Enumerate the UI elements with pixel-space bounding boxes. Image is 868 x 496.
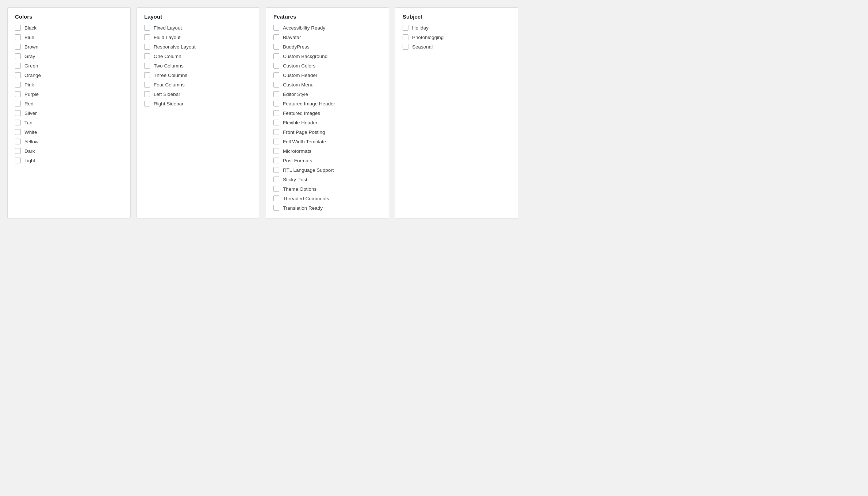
label-featured-image-header: Featured Image Header bbox=[283, 101, 335, 106]
filter-item-theme-options[interactable]: Theme Options bbox=[273, 186, 381, 192]
checkbox-microformats[interactable] bbox=[273, 148, 279, 154]
checkbox-pink[interactable] bbox=[15, 82, 21, 88]
label-pink: Pink bbox=[24, 82, 34, 88]
filter-item-fixed-layout[interactable]: Fixed Layout bbox=[144, 25, 252, 31]
checkbox-tan[interactable] bbox=[15, 120, 21, 125]
filter-item-photoblogging[interactable]: Photoblogging bbox=[403, 34, 511, 40]
filter-item-custom-menu[interactable]: Custom Menu bbox=[273, 82, 381, 88]
checkbox-threaded-comments[interactable] bbox=[273, 195, 279, 201]
checkbox-holiday[interactable] bbox=[403, 25, 408, 31]
checkbox-yellow[interactable] bbox=[15, 139, 21, 144]
label-light: Light bbox=[24, 158, 35, 163]
checkbox-full-width-template[interactable] bbox=[273, 139, 279, 144]
checkbox-purple[interactable] bbox=[15, 91, 21, 97]
checkbox-seasonal[interactable] bbox=[403, 44, 408, 50]
filter-item-microformats[interactable]: Microformats bbox=[273, 148, 381, 154]
filter-item-custom-header[interactable]: Custom Header bbox=[273, 72, 381, 78]
checkbox-front-page-posting[interactable] bbox=[273, 129, 279, 135]
filter-item-white[interactable]: White bbox=[15, 129, 123, 135]
filter-item-four-columns[interactable]: Four Columns bbox=[144, 82, 252, 88]
checkbox-black[interactable] bbox=[15, 25, 21, 31]
filter-item-light[interactable]: Light bbox=[15, 158, 123, 163]
checkbox-sticky-post[interactable] bbox=[273, 177, 279, 182]
checkbox-brown[interactable] bbox=[15, 44, 21, 50]
filter-item-translation-ready[interactable]: Translation Ready bbox=[273, 205, 381, 211]
filter-item-accessibility-ready[interactable]: Accessibility Ready bbox=[273, 25, 381, 31]
filter-item-brown[interactable]: Brown bbox=[15, 44, 123, 50]
filter-item-full-width-template[interactable]: Full Width Template bbox=[273, 139, 381, 144]
filter-item-editor-style[interactable]: Editor Style bbox=[273, 91, 381, 97]
filter-item-post-formats[interactable]: Post Formats bbox=[273, 158, 381, 163]
filter-item-buddypress[interactable]: BuddyPress bbox=[273, 44, 381, 50]
checkbox-red[interactable] bbox=[15, 101, 21, 106]
checkbox-left-sidebar[interactable] bbox=[144, 91, 150, 97]
checkbox-custom-colors[interactable] bbox=[273, 63, 279, 69]
label-custom-colors: Custom Colors bbox=[283, 63, 315, 69]
filter-item-fluid-layout[interactable]: Fluid Layout bbox=[144, 34, 252, 40]
filter-item-pink[interactable]: Pink bbox=[15, 82, 123, 88]
checkbox-rtl-language-support[interactable] bbox=[273, 167, 279, 173]
filter-item-silver[interactable]: Silver bbox=[15, 110, 123, 116]
filter-item-black[interactable]: Black bbox=[15, 25, 123, 31]
checkbox-custom-header[interactable] bbox=[273, 72, 279, 78]
checkbox-light[interactable] bbox=[15, 158, 21, 163]
checkbox-theme-options[interactable] bbox=[273, 186, 279, 192]
checkbox-two-columns[interactable] bbox=[144, 63, 150, 69]
checkbox-blue[interactable] bbox=[15, 34, 21, 40]
filter-item-red[interactable]: Red bbox=[15, 101, 123, 106]
filter-item-featured-image-header[interactable]: Featured Image Header bbox=[273, 101, 381, 106]
checkbox-buddypress[interactable] bbox=[273, 44, 279, 50]
checkbox-gray[interactable] bbox=[15, 53, 21, 59]
checkbox-translation-ready[interactable] bbox=[273, 205, 279, 211]
checkbox-custom-background[interactable] bbox=[273, 53, 279, 59]
checkbox-post-formats[interactable] bbox=[273, 158, 279, 163]
filter-item-front-page-posting[interactable]: Front Page Posting bbox=[273, 129, 381, 135]
filter-item-seasonal[interactable]: Seasonal bbox=[403, 44, 511, 50]
checkbox-photoblogging[interactable] bbox=[403, 34, 408, 40]
checkbox-featured-image-header[interactable] bbox=[273, 101, 279, 106]
filter-item-rtl-language-support[interactable]: RTL Language Support bbox=[273, 167, 381, 173]
checkbox-accessibility-ready[interactable] bbox=[273, 25, 279, 31]
filter-item-custom-colors[interactable]: Custom Colors bbox=[273, 63, 381, 69]
filter-item-featured-images[interactable]: Featured Images bbox=[273, 110, 381, 116]
filter-item-tan[interactable]: Tan bbox=[15, 120, 123, 125]
checkbox-fluid-layout[interactable] bbox=[144, 34, 150, 40]
label-fixed-layout: Fixed Layout bbox=[154, 25, 182, 31]
checkbox-fixed-layout[interactable] bbox=[144, 25, 150, 31]
filter-item-right-sidebar[interactable]: Right Sidebar bbox=[144, 101, 252, 106]
filter-item-sticky-post[interactable]: Sticky Post bbox=[273, 177, 381, 182]
filter-item-three-columns[interactable]: Three Columns bbox=[144, 72, 252, 78]
filter-item-holiday[interactable]: Holiday bbox=[403, 25, 511, 31]
checkbox-responsive-layout[interactable] bbox=[144, 44, 150, 50]
checkbox-dark[interactable] bbox=[15, 148, 21, 154]
checkbox-flexible-header[interactable] bbox=[273, 120, 279, 125]
checkbox-blavatar[interactable] bbox=[273, 34, 279, 40]
checkbox-right-sidebar[interactable] bbox=[144, 101, 150, 106]
checkbox-featured-images[interactable] bbox=[273, 110, 279, 116]
filter-item-orange[interactable]: Orange bbox=[15, 72, 123, 78]
checkbox-orange[interactable] bbox=[15, 72, 21, 78]
filter-item-custom-background[interactable]: Custom Background bbox=[273, 53, 381, 59]
checkbox-one-column[interactable] bbox=[144, 53, 150, 59]
filter-item-green[interactable]: Green bbox=[15, 63, 123, 69]
filter-item-yellow[interactable]: Yellow bbox=[15, 139, 123, 144]
filter-item-purple[interactable]: Purple bbox=[15, 91, 123, 97]
filter-item-threaded-comments[interactable]: Threaded Comments bbox=[273, 195, 381, 201]
filter-item-gray[interactable]: Gray bbox=[15, 53, 123, 59]
filter-item-one-column[interactable]: One Column bbox=[144, 53, 252, 59]
filter-item-responsive-layout[interactable]: Responsive Layout bbox=[144, 44, 252, 50]
filter-card-title-layout: Layout bbox=[144, 13, 252, 20]
checkbox-silver[interactable] bbox=[15, 110, 21, 116]
checkbox-three-columns[interactable] bbox=[144, 72, 150, 78]
filter-item-dark[interactable]: Dark bbox=[15, 148, 123, 154]
filter-item-blue[interactable]: Blue bbox=[15, 34, 123, 40]
filter-item-two-columns[interactable]: Two Columns bbox=[144, 63, 252, 69]
filter-item-left-sidebar[interactable]: Left Sidebar bbox=[144, 91, 252, 97]
checkbox-green[interactable] bbox=[15, 63, 21, 69]
checkbox-editor-style[interactable] bbox=[273, 91, 279, 97]
filter-item-flexible-header[interactable]: Flexible Header bbox=[273, 120, 381, 125]
checkbox-four-columns[interactable] bbox=[144, 82, 150, 88]
checkbox-white[interactable] bbox=[15, 129, 21, 135]
filter-item-blavatar[interactable]: Blavatar bbox=[273, 34, 381, 40]
checkbox-custom-menu[interactable] bbox=[273, 82, 279, 88]
